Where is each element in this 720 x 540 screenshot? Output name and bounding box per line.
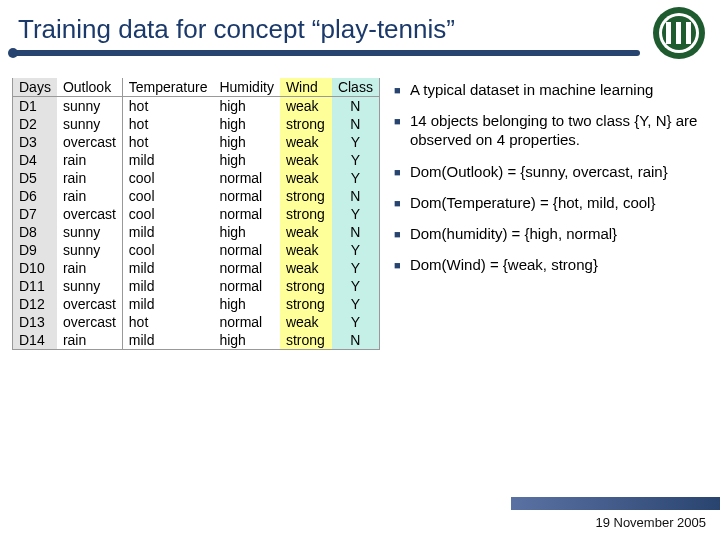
bullet-square-icon: ■ bbox=[394, 80, 410, 99]
table-cell: strong bbox=[280, 187, 332, 205]
table-row: D5raincoolnormalweakY bbox=[13, 169, 380, 187]
table-cell: sunny bbox=[57, 277, 122, 295]
table-cell: sunny bbox=[57, 115, 122, 133]
table-cell: mild bbox=[122, 331, 213, 350]
bullet-square-icon: ■ bbox=[394, 224, 410, 243]
table-cell: rain bbox=[57, 169, 122, 187]
table-cell: D3 bbox=[13, 133, 57, 151]
bullet-list: ■A typical dataset in machine learning■1… bbox=[394, 78, 708, 350]
table-row: D1sunnyhothighweakN bbox=[13, 97, 380, 116]
table-cell: cool bbox=[122, 205, 213, 223]
table-cell: rain bbox=[57, 151, 122, 169]
bullet-text: 14 objects belonging to two class {Y, N}… bbox=[410, 111, 708, 149]
table-cell: overcast bbox=[57, 313, 122, 331]
table-cell: hot bbox=[122, 97, 213, 116]
table-cell: N bbox=[332, 223, 380, 241]
table-row: D9sunnycoolnormalweakY bbox=[13, 241, 380, 259]
table-cell: mild bbox=[122, 277, 213, 295]
bullet-square-icon: ■ bbox=[394, 193, 410, 212]
table-cell: normal bbox=[213, 187, 279, 205]
bullet-square-icon: ■ bbox=[394, 162, 410, 181]
table-cell: mild bbox=[122, 259, 213, 277]
table-cell: strong bbox=[280, 295, 332, 313]
table-cell: overcast bbox=[57, 133, 122, 151]
table-row: D8sunnymildhighweakN bbox=[13, 223, 380, 241]
bullet-text: Dom(Outlook) = {sunny, overcast, rain} bbox=[410, 162, 708, 181]
table-row: D7overcastcoolnormalstrongY bbox=[13, 205, 380, 223]
header-class: Class bbox=[332, 78, 380, 97]
data-table: Days Outlook Temperature Humidity Wind C… bbox=[12, 78, 380, 350]
table-cell: weak bbox=[280, 223, 332, 241]
table-row: D14rainmildhighstrongN bbox=[13, 331, 380, 350]
table-cell: overcast bbox=[57, 295, 122, 313]
header-humidity: Humidity bbox=[213, 78, 279, 97]
table-cell: hot bbox=[122, 133, 213, 151]
footer-date: 19 November 2005 bbox=[595, 515, 706, 530]
title-underline bbox=[12, 50, 640, 56]
table-cell: strong bbox=[280, 277, 332, 295]
table-row: D12overcastmildhighstrongY bbox=[13, 295, 380, 313]
table-cell: normal bbox=[213, 205, 279, 223]
table-cell: strong bbox=[280, 115, 332, 133]
table-cell: mild bbox=[122, 295, 213, 313]
table-row: D11sunnymildnormalstrongY bbox=[13, 277, 380, 295]
header-days: Days bbox=[13, 78, 57, 97]
table-cell: N bbox=[332, 331, 380, 350]
table-cell: cool bbox=[122, 169, 213, 187]
table-cell: Y bbox=[332, 241, 380, 259]
table-cell: D5 bbox=[13, 169, 57, 187]
table-cell: N bbox=[332, 97, 380, 116]
table-cell: rain bbox=[57, 259, 122, 277]
table-cell: mild bbox=[122, 151, 213, 169]
institute-logo-icon bbox=[652, 6, 706, 60]
bullet-item: ■14 objects belonging to two class {Y, N… bbox=[394, 111, 708, 149]
table-cell: D14 bbox=[13, 331, 57, 350]
table-cell: N bbox=[332, 187, 380, 205]
bullet-square-icon: ■ bbox=[394, 255, 410, 274]
bullet-item: ■Dom(Outlook) = {sunny, overcast, rain} bbox=[394, 162, 708, 181]
table-cell: high bbox=[213, 133, 279, 151]
table-cell: D4 bbox=[13, 151, 57, 169]
bullet-item: ■Dom(Wind) = {weak, strong} bbox=[394, 255, 708, 274]
table-cell: high bbox=[213, 331, 279, 350]
table-cell: Y bbox=[332, 205, 380, 223]
svg-rect-5 bbox=[686, 22, 691, 44]
bullet-text: Dom(humidity) = {high, normal} bbox=[410, 224, 708, 243]
table-cell: D10 bbox=[13, 259, 57, 277]
table-cell: weak bbox=[280, 133, 332, 151]
svg-rect-3 bbox=[666, 22, 671, 44]
table-cell: weak bbox=[280, 241, 332, 259]
bullet-item: ■Dom(humidity) = {high, normal} bbox=[394, 224, 708, 243]
svg-rect-4 bbox=[676, 22, 681, 44]
table-cell: overcast bbox=[57, 205, 122, 223]
table-cell: normal bbox=[213, 259, 279, 277]
table-cell: weak bbox=[280, 259, 332, 277]
table-cell: Y bbox=[332, 277, 380, 295]
table-cell: strong bbox=[280, 331, 332, 350]
table-cell: D1 bbox=[13, 97, 57, 116]
header-wind: Wind bbox=[280, 78, 332, 97]
table-cell: sunny bbox=[57, 97, 122, 116]
table-cell: rain bbox=[57, 331, 122, 350]
table-cell: rain bbox=[57, 187, 122, 205]
table-cell: Y bbox=[332, 151, 380, 169]
table-cell: high bbox=[213, 115, 279, 133]
bullet-text: Dom(Wind) = {weak, strong} bbox=[410, 255, 708, 274]
table-cell: weak bbox=[280, 313, 332, 331]
table-cell: sunny bbox=[57, 223, 122, 241]
table-cell: Y bbox=[332, 133, 380, 151]
table-cell: D12 bbox=[13, 295, 57, 313]
table-cell: D6 bbox=[13, 187, 57, 205]
table-cell: high bbox=[213, 223, 279, 241]
table-cell: N bbox=[332, 115, 380, 133]
table-cell: D13 bbox=[13, 313, 57, 331]
table-cell: hot bbox=[122, 115, 213, 133]
footer-accent-bar bbox=[510, 497, 720, 510]
table-cell: normal bbox=[213, 313, 279, 331]
table-cell: normal bbox=[213, 277, 279, 295]
table-row: D6raincoolnormalstrongN bbox=[13, 187, 380, 205]
table-cell: sunny bbox=[57, 241, 122, 259]
bullet-text: Dom(Temperature) = {hot, mild, cool} bbox=[410, 193, 708, 212]
table-cell: strong bbox=[280, 205, 332, 223]
table-cell: Y bbox=[332, 169, 380, 187]
